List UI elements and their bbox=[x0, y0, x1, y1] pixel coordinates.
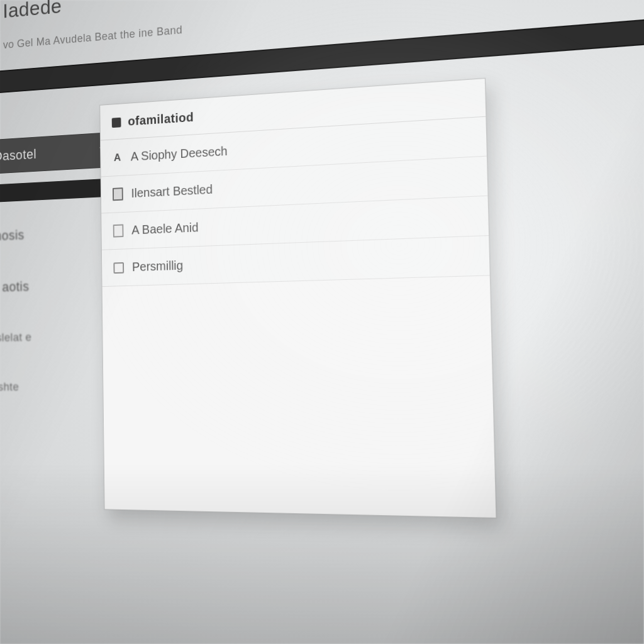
dropdown-panel: ofamilatiod A A Siophy Deesech Ilensart … bbox=[99, 78, 496, 518]
sidebar-selected-label: Dasotel bbox=[0, 147, 36, 165]
letter-a-icon: A bbox=[112, 152, 123, 163]
dropdown-body bbox=[103, 275, 496, 518]
document-icon bbox=[113, 225, 124, 236]
header-icon bbox=[112, 117, 121, 127]
dropdown-item-label: Ilensart Bestled bbox=[131, 182, 213, 201]
menu-item[interactable] bbox=[4, 76, 7, 87]
dropdown-item-label: Persmillig bbox=[132, 258, 183, 274]
checkbox-icon bbox=[113, 262, 124, 273]
main-area: Remove Dasotel tinosis al aotis Pslelat … bbox=[0, 66, 644, 644]
dropdown-item-label: A Baele Anid bbox=[131, 220, 199, 237]
document-icon bbox=[113, 189, 123, 200]
dropdown-header-label: ofamilatiod bbox=[128, 110, 194, 128]
dropdown-item-label: A Siophy Deesech bbox=[131, 144, 228, 164]
